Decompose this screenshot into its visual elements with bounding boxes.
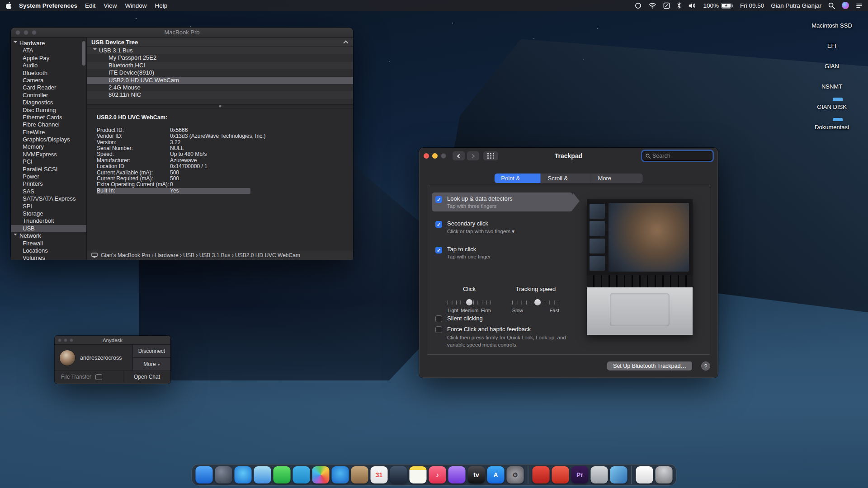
- help-button[interactable]: ?: [701, 361, 710, 371]
- dock-app-icon-divider[interactable]: [528, 466, 528, 484]
- dock-app-icon-photos-app[interactable]: [312, 466, 330, 483]
- gesture-checkbox[interactable]: [435, 196, 442, 203]
- usb-device-row[interactable]: 802.11n NIC: [87, 91, 353, 99]
- dock-app-icon-divider[interactable]: [632, 466, 632, 484]
- bluetooth-icon[interactable]: [677, 2, 681, 9]
- sysinfo-sidebar-item[interactable]: Controller: [11, 92, 86, 99]
- siri-icon[interactable]: [842, 2, 849, 9]
- sysinfo-sidebar-item[interactable]: Firewall: [11, 240, 86, 247]
- sysinfo-sidebar-item[interactable]: SPI: [11, 203, 86, 210]
- dock-app-icon-system-preferences[interactable]: ⚙: [507, 466, 524, 483]
- apple-menu-icon[interactable]: [5, 2, 12, 9]
- spotlight-search-icon[interactable]: [828, 2, 835, 9]
- trackpad-tab[interactable]: Point & Click: [494, 174, 540, 183]
- sysinfo-sidebar-item[interactable]: SAS: [11, 188, 86, 195]
- menubar-clock[interactable]: Fri 09.50: [740, 2, 764, 9]
- sysinfo-sidebar-item[interactable]: Graphics/Displays: [11, 136, 86, 143]
- dock-app-icon-tv-app[interactable]: tv: [468, 466, 485, 483]
- sysinfo-sidebar-item[interactable]: Apple Pay: [11, 55, 86, 62]
- dock-app-icon-calendar[interactable]: 31: [371, 466, 388, 483]
- close-button[interactable]: [424, 153, 429, 159]
- sysinfo-sidebar-item[interactable]: Memory: [11, 143, 86, 150]
- silent-clicking-option[interactable]: Silent clicking: [435, 314, 483, 322]
- click-slider-thumb[interactable]: [466, 299, 472, 305]
- menubar-menu-item[interactable]: Help: [155, 2, 167, 9]
- usb-device-row[interactable]: USB 3.1 Bus: [87, 47, 353, 54]
- desktop-icon[interactable]: Macintosh SSD: [801, 19, 863, 29]
- desktop-icon[interactable]: Dokumentasi: [801, 121, 863, 131]
- sysinfo-sidebar-item[interactable]: Storage: [11, 210, 86, 217]
- dock-app-icon-app-store[interactable]: A: [487, 466, 505, 483]
- sysinfo-sidebar-item[interactable]: Power: [11, 173, 86, 180]
- zoom-button[interactable]: [441, 153, 446, 159]
- open-chat-button[interactable]: Open Chat: [123, 374, 170, 380]
- desktop-icon[interactable]: NSNMT: [801, 80, 863, 90]
- sysinfo-sidebar-item[interactable]: FireWire: [11, 129, 86, 136]
- click-slider[interactable]: [448, 299, 491, 305]
- dock-app-icon-safari[interactable]: [235, 466, 252, 483]
- sysinfo-sidebar-item[interactable]: SATA/SATA Express: [11, 195, 86, 202]
- sysinfo-sidebar-item[interactable]: Diagnostics: [11, 99, 86, 106]
- dock-app-icon-telegram[interactable]: [293, 466, 310, 483]
- sysinfo-sidebar-item[interactable]: Bluetooth: [11, 70, 86, 77]
- usb-device-row[interactable]: My Passport 25E2: [87, 54, 353, 61]
- gesture-option[interactable]: Secondary click Click or tap with two fi…: [432, 217, 573, 237]
- wifi-icon[interactable]: [648, 2, 656, 9]
- sysinfo-sidebar-item[interactable]: NVMExpress: [11, 151, 86, 158]
- input-source-icon[interactable]: [663, 2, 670, 9]
- dock-app-icon-notes[interactable]: [410, 466, 427, 483]
- force-click-option[interactable]: Force Click and haptic feedback Click th…: [435, 325, 583, 348]
- gesture-option[interactable]: Tap to click Tap with one finger: [432, 243, 573, 262]
- sysinfo-sidebar-item[interactable]: Network: [11, 232, 86, 239]
- force-click-checkbox[interactable]: [435, 326, 442, 333]
- set-up-bluetooth-trackpad-button[interactable]: Set Up Bluetooth Trackpad…: [607, 361, 692, 371]
- sysinfo-sidebar-item[interactable]: Locations: [11, 247, 86, 254]
- battery-status[interactable]: 100%: [703, 2, 733, 9]
- dock-app-icon-mail-app[interactable]: [390, 466, 407, 483]
- dock-app-icon-books-app[interactable]: [351, 466, 368, 483]
- usb-device-row[interactable]: 2.4G Mouse: [87, 84, 353, 91]
- gesture-subtitle[interactable]: Tap with three fingers: [447, 203, 513, 209]
- sysinfo-sidebar-item[interactable]: Audio: [11, 62, 86, 69]
- sysinfo-sidebar-item[interactable]: Printers: [11, 180, 86, 188]
- show-all-preferences-button[interactable]: [483, 151, 498, 160]
- search-field[interactable]: [642, 151, 712, 161]
- usb-device-row[interactable]: ITE Device(8910): [87, 69, 353, 76]
- dock-app-icon-adobe-app-red-2[interactable]: [552, 466, 569, 483]
- usb-device-row[interactable]: Bluetooth HCI: [87, 62, 353, 69]
- more-button[interactable]: More▾: [133, 357, 170, 371]
- sysinfo-sidebar-item[interactable]: PCI: [11, 158, 86, 165]
- menubar-app-name[interactable]: System Preferences: [19, 2, 77, 9]
- tracking-speed-slider[interactable]: [512, 299, 559, 305]
- dock-app-icon-pictures-app[interactable]: [610, 466, 627, 483]
- minimize-button[interactable]: [432, 153, 438, 159]
- menubar-menu-item[interactable]: View: [104, 2, 117, 9]
- sysinfo-sidebar-item[interactable]: Camera: [11, 77, 86, 84]
- sysinfo-sidebar-item[interactable]: Ethernet Cards: [11, 114, 86, 121]
- sysinfo-sidebar-item[interactable]: Hardware: [11, 40, 86, 47]
- trackpad-tab[interactable]: Scroll & Zoom: [540, 174, 590, 183]
- sysinfo-titlebar[interactable]: MacBook Pro: [11, 28, 353, 38]
- pane-splitter-handle[interactable]: [87, 104, 353, 108]
- gesture-subtitle[interactable]: Click or tap with two fingers: [447, 228, 514, 235]
- dock-app-icon-whatsapp[interactable]: [274, 466, 291, 483]
- dock-app-icon-premiere-pro[interactable]: Pr: [571, 466, 589, 483]
- disconnect-button[interactable]: Disconnect: [133, 345, 170, 357]
- dock-app-icon-podcasts[interactable]: [448, 466, 466, 483]
- menubar-menu-item[interactable]: Edit: [85, 2, 95, 9]
- desktop-icon[interactable]: EFI: [801, 39, 863, 49]
- trackpad-titlebar[interactable]: Trackpad: [419, 148, 718, 164]
- anydesk-status-icon[interactable]: [635, 2, 642, 9]
- sysinfo-sidebar-item[interactable]: Card Reader: [11, 84, 86, 91]
- desktop-icon[interactable]: GIAN DISK: [801, 100, 863, 110]
- gesture-checkbox[interactable]: [435, 221, 442, 228]
- sysinfo-sidebar-item[interactable]: Volumes: [11, 254, 86, 260]
- dock-app-icon-compass-app[interactable]: [332, 466, 349, 483]
- breadcrumb[interactable]: Gian's MacBook Pro › Hardware › USB › US…: [101, 252, 300, 258]
- desktop-icon[interactable]: GIAN: [801, 60, 863, 70]
- usb-device-tree-header[interactable]: USB Device Tree: [87, 38, 353, 47]
- dock-app-icon-globe-app[interactable]: [215, 466, 232, 483]
- forward-button[interactable]: [467, 151, 479, 160]
- sysinfo-sidebar-item[interactable]: Parallel SCSI: [11, 166, 86, 173]
- usb-device-row[interactable]: USB2.0 HD UVC WebCam: [87, 77, 353, 84]
